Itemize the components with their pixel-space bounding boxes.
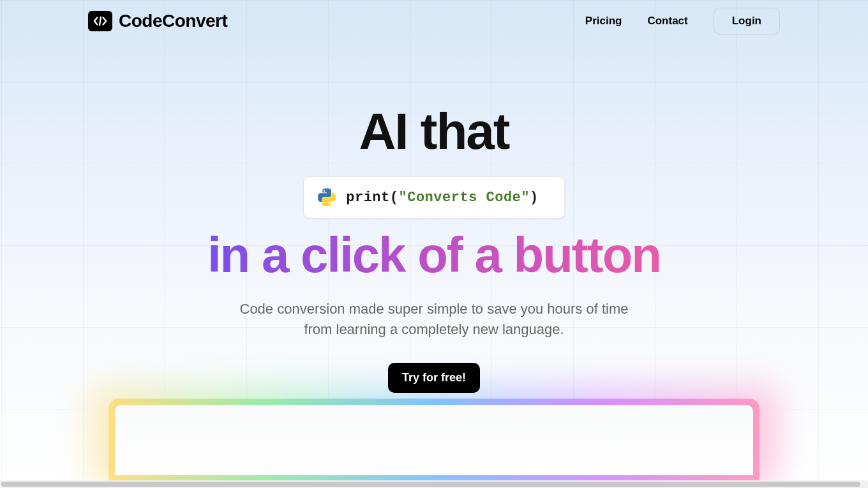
horizontal-scrollbar[interactable] — [0, 480, 868, 488]
hero-headline-line2: in a click of a button — [207, 230, 661, 280]
nav-contact[interactable]: Contact — [647, 15, 687, 27]
code-sample-text: print("Converts Code") — [346, 190, 538, 206]
hero-subtitle: Code conversion made super simple to sav… — [230, 299, 638, 340]
header: CodeConvert Pricing Contact Login — [0, 0, 868, 42]
hero-headline-line1: AI that — [359, 106, 509, 157]
main-nav: Pricing Contact Login — [585, 8, 780, 34]
code-token-close-paren: ) — [530, 190, 539, 206]
hero-section: AI that print("Converts Code") in a clic… — [0, 106, 868, 393]
code-token-print: print — [346, 190, 390, 206]
code-sample-box: print("Converts Code") — [303, 176, 564, 218]
code-logo-icon — [88, 11, 112, 31]
brand-logo[interactable]: CodeConvert — [88, 11, 227, 31]
brand-name: CodeConvert — [119, 11, 227, 31]
python-icon — [317, 187, 337, 208]
nav-pricing[interactable]: Pricing — [585, 15, 622, 27]
try-free-button[interactable]: Try for free! — [388, 363, 480, 393]
preview-panel-border — [108, 399, 760, 482]
code-token-string: "Converts Code" — [398, 190, 530, 206]
preview-panel — [115, 405, 753, 475]
scrollbar-thumb[interactable] — [1, 482, 860, 487]
login-button[interactable]: Login — [714, 8, 780, 34]
code-token-open-paren: ( — [390, 190, 399, 206]
